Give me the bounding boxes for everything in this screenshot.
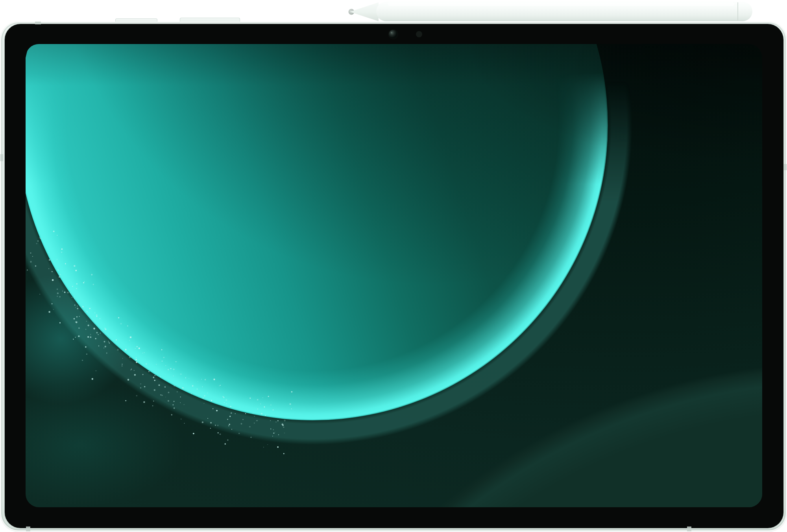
- s-pen-stylus: [341, 0, 756, 22]
- antenna-line-icon: [35, 22, 41, 24]
- antenna-line-icon: [26, 526, 30, 531]
- wallpaper-sparkles: [26, 44, 762, 507]
- s-pen-cone: [350, 2, 379, 21]
- tablet-body: [0, 22, 787, 531]
- camera-glint: [391, 32, 392, 33]
- antenna-line-icon: [784, 164, 787, 170]
- antenna-line-icon: [687, 526, 691, 531]
- screen-bezel: [5, 24, 783, 528]
- tablet-screen: [26, 44, 762, 507]
- page-background: { "labels": { "device": "tablet-with-sty…: [0, 0, 787, 532]
- antenna-line-icon: [0, 154, 3, 161]
- light-sensor-icon: [416, 31, 422, 37]
- front-camera-icon: [389, 30, 397, 39]
